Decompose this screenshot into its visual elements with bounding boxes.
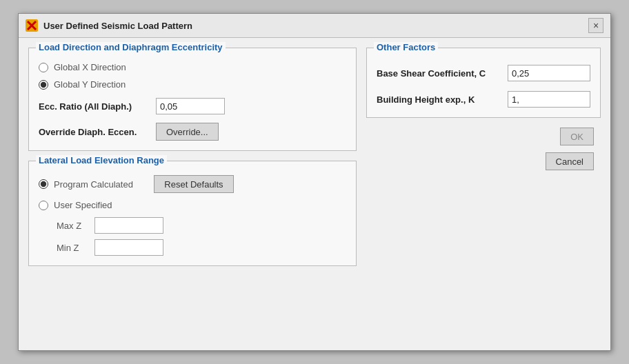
app-icon (26, 19, 38, 32)
program-calc-radio[interactable] (39, 179, 48, 189)
ecc-ratio-row: Ecc. Ratio (All Diaph.) (39, 98, 346, 114)
dialog: User Defined Seismic Load Pattern × Load… (18, 13, 611, 351)
title-bar: User Defined Seismic Load Pattern × (19, 14, 610, 38)
program-calc-row: Program Calculated Reset Defaults (39, 175, 346, 193)
program-calc-label: Program Calculated (54, 179, 133, 190)
max-z-input[interactable] (94, 217, 163, 234)
min-z-row: Min Z (57, 239, 346, 256)
other-factors-group: Other Factors Base Shear Coefficient, C … (366, 48, 601, 118)
global-x-label: Global X Direction (54, 62, 126, 72)
override-button[interactable]: Override... (156, 123, 219, 141)
lateral-load-label: Lateral Load Elevation Range (36, 155, 167, 165)
user-specified-label: User Specified (54, 200, 112, 210)
user-specified-row: User Specified (39, 200, 346, 210)
global-y-label: Global Y Direction (54, 79, 126, 90)
ecc-ratio-input[interactable] (156, 98, 225, 114)
building-height-row: Building Height exp., K (377, 91, 590, 108)
action-area: OK Cancel (366, 128, 601, 180)
global-y-radio[interactable] (39, 80, 48, 90)
building-height-label: Building Height exp., K (377, 94, 475, 105)
reset-defaults-button[interactable]: Reset Defaults (154, 175, 233, 193)
ecc-ratio-label: Ecc. Ratio (All Diaph.) (39, 101, 149, 112)
base-shear-input[interactable] (508, 65, 590, 81)
close-button[interactable]: × (588, 18, 603, 33)
global-x-radio[interactable] (39, 63, 48, 72)
load-direction-group: Load Direction and Diaphragm Eccentricit… (28, 48, 357, 151)
dialog-body: Load Direction and Diaphragm Eccentricit… (19, 38, 610, 350)
override-row: Override Diaph. Eccen. Override... (39, 123, 346, 141)
load-direction-label: Load Direction and Diaphragm Eccentricit… (36, 42, 226, 52)
left-column: Load Direction and Diaphragm Eccentricit… (28, 48, 357, 341)
max-z-label: Max Z (57, 221, 88, 231)
global-y-row: Global Y Direction (39, 79, 346, 90)
base-shear-label: Base Shear Coefficient, C (377, 68, 486, 79)
ok-button[interactable]: OK (560, 128, 594, 145)
user-specified-radio[interactable] (39, 201, 48, 210)
max-z-row: Max Z (57, 217, 346, 234)
min-z-input[interactable] (94, 239, 163, 256)
base-shear-row: Base Shear Coefficient, C (377, 65, 590, 81)
other-factors-label: Other Factors (374, 42, 438, 52)
override-label: Override Diaph. Eccen. (39, 127, 149, 137)
right-column: Other Factors Base Shear Coefficient, C … (366, 48, 601, 341)
min-z-label: Min Z (57, 243, 88, 253)
title-bar-left: User Defined Seismic Load Pattern (26, 19, 192, 32)
building-height-input[interactable] (508, 91, 590, 108)
lateral-load-group: Lateral Load Elevation Range Program Cal… (28, 161, 357, 266)
elevation-fields: Max Z Min Z (39, 217, 346, 256)
cancel-button[interactable]: Cancel (546, 152, 594, 170)
dialog-title: User Defined Seismic Load Pattern (43, 21, 192, 31)
global-x-row: Global X Direction (39, 62, 346, 72)
